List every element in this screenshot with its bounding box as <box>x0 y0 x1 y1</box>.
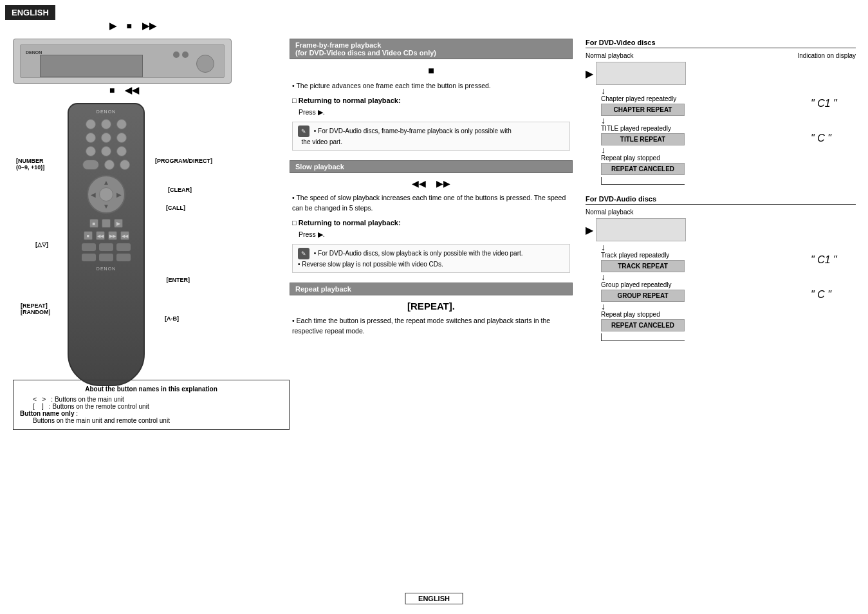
stop-icon: ■ <box>127 21 132 31</box>
ind-header-row: Normal playback Indication on display <box>586 52 856 59</box>
remote-brand: DENON <box>69 104 143 114</box>
info-button-label: Button name only <box>20 410 74 417</box>
chapter-indication: " C1 " <box>811 98 856 109</box>
group-box-row: GROUP REPEAT <box>601 290 806 302</box>
r-btn-prev[interactable]: ◀◀ <box>120 231 129 240</box>
dvd-audio-flow-left: ▶ ↓ Track played repeatedly TRACK REPEAT… <box>586 218 806 341</box>
r-btn-1[interactable] <box>86 119 96 129</box>
language-header: ENGLISH <box>5 5 55 20</box>
dvd-audio-section: For DVD-Audio discs Normal playback ▶ ↓ … <box>586 195 856 341</box>
label-number: [NUMBER(0–9, +10)] <box>16 158 44 171</box>
frame-note: ✎ • For DVD-Audio discs, frame-by-frame … <box>292 122 570 151</box>
r-btn-enter[interactable] <box>99 187 113 201</box>
track-indication: " C1 " <box>811 254 856 266</box>
r-btn-8[interactable] <box>101 146 111 156</box>
top-arrows: ▶ ■ ▶▶ <box>109 21 156 31</box>
stopped-box-row: REPEAT CANCELED <box>601 163 806 175</box>
audio-pointer-arrow: ▶ <box>586 224 593 236</box>
info-line3: Button name only : Buttons on the main u… <box>20 410 282 424</box>
rew-icon: ◀◀ <box>125 85 139 95</box>
label-deltavee: [△▽] <box>35 241 48 248</box>
audio-arrow-down-1: ↓ <box>601 243 806 252</box>
r-btn-9[interactable] <box>116 146 127 156</box>
chapter-label: Chapter played repeatedly <box>601 95 806 102</box>
group-label: Group played repeatedly <box>601 281 806 288</box>
r-btn-11[interactable] <box>104 160 115 170</box>
stopped-label: Repeat play stopped <box>601 154 806 162</box>
return-line <box>601 177 685 185</box>
r-btn-pause2[interactable]: ■ <box>84 231 93 240</box>
section-slow-header: Slow playback <box>290 160 573 173</box>
label-program-direct: [PROGRAM/DIRECT] <box>155 158 212 164</box>
bottom-arrows: ■ ◀◀ <box>109 85 139 95</box>
info-line2: [ ] : Buttons on the remote control unit <box>33 403 282 410</box>
arrow-down-3: ↓ <box>601 145 806 154</box>
dvd-player-inner: DENON <box>20 44 225 78</box>
title-indication: " C " <box>811 133 856 144</box>
r-btn-rew[interactable]: ◀◀ <box>96 231 105 240</box>
dvd-video-title: For DVD-Video discs <box>586 39 856 48</box>
footer-english: ENGLISH <box>405 593 463 604</box>
info-angle-brackets: < > <box>33 396 46 403</box>
track-box-row: TRACK REPEAT <box>601 260 806 272</box>
r-btn-7[interactable] <box>86 146 96 156</box>
audio-return-line <box>601 333 685 341</box>
audio-normal-box <box>596 218 686 241</box>
r-btn-play[interactable]: ▶ <box>114 219 123 228</box>
r-btn-ab[interactable] <box>116 243 131 251</box>
r-btn-3[interactable] <box>116 119 127 129</box>
label-call: [CALL] <box>166 205 185 211</box>
r-btn-4[interactable] <box>86 133 96 143</box>
info-brackets: [ ] <box>33 403 44 410</box>
repeat-label: [REPEAT]. <box>292 299 570 314</box>
info-line1: < > : Buttons on the main unit <box>33 396 282 403</box>
dvd-audio-title: For DVD-Audio discs <box>586 195 856 205</box>
audio-flow-row-normal: ▶ <box>586 218 806 241</box>
group-box: GROUP REPEAT <box>601 290 685 302</box>
r-btn-stop[interactable]: ■ <box>89 219 98 228</box>
flow-row-normal: ▶ <box>586 62 806 85</box>
pointer-arrow-1: ▶ <box>586 68 593 80</box>
audio-stopped-label: Repeat play stopped <box>601 311 806 318</box>
audio-indication-column: " C1 " " C " <box>811 218 856 324</box>
r-btn-5[interactable] <box>101 133 111 143</box>
r-btn-nav[interactable]: ▲ ▼ ◀ ▶ <box>87 175 125 214</box>
dvd-video-flow: ▶ ↓ Chapter played repeatedly CHAPTER RE… <box>586 62 856 185</box>
dvd-video-flow-left: ▶ ↓ Chapter played repeatedly CHAPTER RE… <box>586 62 806 185</box>
r-btn-2[interactable] <box>101 119 111 129</box>
slow-sub1: □ Returning to normal playback: <box>292 218 570 228</box>
r-btn-12[interactable] <box>120 160 130 170</box>
r-btn-extra1[interactable] <box>82 254 96 261</box>
label-repeat-random: [REPEAT] [RANDOM] <box>21 302 51 315</box>
normal-playback-label-audio: Normal playback <box>586 209 633 216</box>
r-btn-6[interactable] <box>116 133 127 143</box>
slow-arrows: ◀◀ ▶▶ <box>292 177 570 191</box>
r-btn-extra2[interactable] <box>99 254 113 261</box>
section-repeat-header: Repeat playback <box>290 283 573 295</box>
r-btn-10[interactable] <box>82 160 99 170</box>
audio-arrow-down-3: ↓ <box>601 302 806 311</box>
r-btn-ffwd[interactable]: ▶▶ <box>108 231 117 240</box>
frame-symbol: ■ <box>292 63 570 79</box>
arrow-down-2: ↓ <box>601 116 806 125</box>
track-box: TRACK REPEAT <box>601 260 685 272</box>
slow-note: ✎ • For DVD-Audio discs, slow playback i… <box>292 244 570 273</box>
r-btn-extra3[interactable] <box>116 254 131 261</box>
frame-bullet1: • The picture advances one frame each ti… <box>292 81 570 91</box>
section-repeat-content: [REPEAT]. • Each time the button is pres… <box>290 299 573 337</box>
dvd-video-section: For DVD-Video discs Normal playback Indi… <box>586 39 856 185</box>
section-slow: Slow playback ◀◀ ▶▶ • The speed of slow … <box>290 160 573 273</box>
remote-control: DENON <box>64 103 148 386</box>
audio-arrow-down-2: ↓ <box>601 272 806 281</box>
stopped-box: REPEAT CANCELED <box>601 163 685 175</box>
chapter-box: CHAPTER REPEAT <box>601 104 685 116</box>
r-btn-pause[interactable] <box>102 219 111 228</box>
info-colon: : <box>74 410 78 417</box>
track-label: Track played repeatedly <box>601 252 806 259</box>
section-frame-header: Frame-by-frame playback(for DVD-Video di… <box>290 39 573 59</box>
slow-bullet1: • The speed of slow playback increases e… <box>292 193 570 214</box>
r-btn-random[interactable] <box>99 243 113 251</box>
r-btn-repeat[interactable] <box>82 243 96 251</box>
middle-content: Frame-by-frame playback(for DVD-Video di… <box>290 39 573 346</box>
arrow-down-1: ↓ <box>601 86 806 95</box>
